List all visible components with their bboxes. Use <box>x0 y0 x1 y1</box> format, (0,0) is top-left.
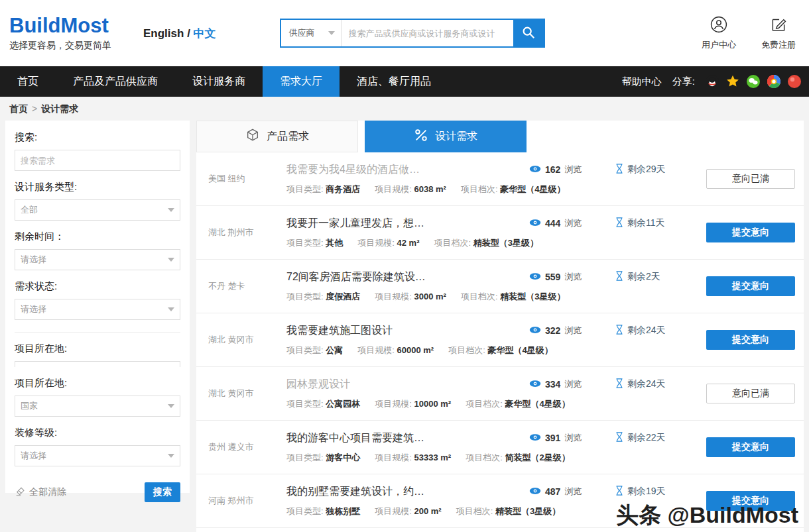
hourglass-icon <box>615 486 623 498</box>
project-type-value: 度假酒店 <box>326 292 360 301</box>
demand-meta: 项目类型: 其他项目规模: 42 m²项目档次: 精装型（3星级） <box>286 237 694 249</box>
project-grade-label: 项目档次: <box>461 184 498 194</box>
project-type-label: 项目类型: <box>286 399 324 409</box>
help-center-link[interactable]: 帮助中心 <box>622 76 662 88</box>
clear-all-label: 全部清除 <box>29 486 66 498</box>
project-grade-label: 项目档次: <box>448 345 485 355</box>
nav-item-hotel-supplies[interactable]: 酒店、餐厅用品 <box>340 66 448 97</box>
project-scale-label: 项目规模: <box>357 238 395 248</box>
action-button[interactable]: 意向已满 <box>706 384 795 403</box>
views-count: 162 <box>545 164 560 175</box>
action-button[interactable]: 提交意向 <box>706 223 795 242</box>
demand-meta: 项目类型: 度假酒店项目规模: 3000 m²项目档次: 精装型（3星级） <box>286 291 694 303</box>
project-type-label: 项目类型: <box>286 238 324 248</box>
tab-design-demand[interactable]: 设计需求 <box>365 121 527 152</box>
demand-title[interactable]: 园林景观设计 <box>286 378 529 392</box>
views-suffix: 浏览 <box>564 325 582 337</box>
demand-row[interactable]: 不丹 楚卡 72间客房酒店需要除建筑设… 559 浏览 剩余2天 <box>196 260 804 313</box>
nav-item-design-services[interactable]: 设计服务商 <box>175 66 263 97</box>
search-input[interactable] <box>342 20 513 46</box>
service-type-select[interactable]: 全部 <box>15 199 180 221</box>
content: 搜索: 设计服务类型: 全部 剩余时间： 请选择 需求状态: 请选择 项目所在地… <box>0 121 809 532</box>
demand-row[interactable]: 湖北 黄冈市 园林景观设计 334 浏览 剩余24天 <box>196 367 804 421</box>
demand-action: 提交意向 <box>698 437 804 457</box>
views-count: 559 <box>545 272 560 282</box>
project-type-label: 项目类型: <box>286 345 324 355</box>
lang-chinese[interactable]: 中文 <box>194 27 216 40</box>
demand-title[interactable]: 我需要为我4星级的酒店做… <box>286 163 529 177</box>
share-wechat-icon[interactable] <box>747 75 760 88</box>
service-type-label: 设计服务类型: <box>15 181 180 193</box>
demand-location: 美国 纽约 <box>196 173 286 185</box>
demand-row[interactable]: 贵州 遵义市 我的游客中心项目需要建筑… 391 浏览 剩余22天 <box>196 421 804 474</box>
remaining-days: 剩余24天 <box>627 325 666 337</box>
demand-status-label: 需求状态: <box>15 280 180 293</box>
header-actions: 用户中心 免费注册 <box>702 16 800 51</box>
demand-status-select[interactable]: 请选择 <box>15 299 180 320</box>
register-link[interactable]: 免费注册 <box>761 16 796 51</box>
filter-search-label: 搜索: <box>15 131 180 144</box>
project-grade-value: 豪华型（4星级） <box>487 345 552 355</box>
clear-all-button[interactable]: 全部清除 <box>15 486 66 499</box>
demand-content: 我需要建筑施工图设计 322 浏览 剩余24天 项目类型: 公寓项目规模: 60… <box>286 324 698 356</box>
sidebar-search-button[interactable]: 搜索 <box>145 482 180 502</box>
share-qq-icon[interactable] <box>706 75 719 88</box>
watermark: 头条 @BuildMost <box>616 500 798 531</box>
views-suffix: 浏览 <box>564 432 582 444</box>
project-scale-label: 项目规模: <box>375 506 412 516</box>
hourglass-icon <box>615 432 623 444</box>
project-location-select-clipped[interactable] <box>15 361 180 367</box>
project-scale-label: 项目规模: <box>375 184 412 194</box>
remaining-time-value: 请选择 <box>21 254 46 266</box>
share-qzone-icon[interactable] <box>726 75 739 88</box>
project-grade-label: 项目档次: <box>466 399 503 409</box>
project-type-value: 游客中心 <box>326 452 360 462</box>
demand-title[interactable]: 我要开一家儿童理发店，想… <box>286 217 529 231</box>
action-button[interactable]: 提交意向 <box>706 437 795 457</box>
demand-title[interactable]: 我需要建筑施工图设计 <box>286 324 529 338</box>
demand-content: 72间客房酒店需要除建筑设… 559 浏览 剩余2天 项目类型: 度假酒店项目规… <box>286 270 698 303</box>
user-center-link[interactable]: 用户中心 <box>702 16 736 51</box>
demand-row[interactable]: 湖北 荆州市 我要开一家儿童理发店，想… 444 浏览 剩余11天 <box>196 206 804 260</box>
filter-search-input[interactable] <box>15 150 180 171</box>
nav-item-products[interactable]: 产品及产品供应商 <box>56 66 175 97</box>
demand-content: 我的游客中心项目需要建筑… 391 浏览 剩余22天 项目类型: 游客中心项目规… <box>286 431 698 464</box>
demand-title[interactable]: 我的游客中心项目需要建筑… <box>286 431 529 445</box>
project-type-label: 项目类型: <box>286 506 324 516</box>
remaining-time-select[interactable]: 请选择 <box>15 249 180 270</box>
share-more-icon[interactable] <box>767 75 780 88</box>
logo[interactable]: BuildMost 选择更容易，交易更简单 <box>9 15 111 51</box>
lang-english[interactable]: English <box>143 27 184 40</box>
demand-title[interactable]: 我的别墅需要建筑设计，约… <box>286 485 529 499</box>
action-button[interactable]: 意向已满 <box>706 169 795 189</box>
action-button[interactable]: 提交意向 <box>706 276 795 296</box>
views-count: 487 <box>545 486 560 497</box>
project-type-value: 商务酒店 <box>326 184 360 194</box>
remaining-days: 剩余11天 <box>627 217 665 229</box>
project-location-select[interactable]: 国家 <box>15 396 180 417</box>
decoration-grade-select[interactable]: 请选择 <box>15 445 180 466</box>
demand-title[interactable]: 72间客房酒店需要除建筑设… <box>286 270 529 284</box>
project-location-label-1: 项目所在地: <box>15 343 180 355</box>
demand-tabs: 产品需求 设计需求 <box>196 121 804 152</box>
action-button[interactable]: 提交意向 <box>706 330 795 350</box>
tab-product-demand[interactable]: 产品需求 <box>196 121 358 152</box>
demand-action: 提交意向 <box>698 276 804 296</box>
demand-location: 湖北 黄冈市 <box>196 388 286 399</box>
views-count: 391 <box>545 433 560 443</box>
chevron-down-icon <box>168 404 174 408</box>
search-category-select[interactable]: 供应商 <box>281 20 342 46</box>
demand-views: 559 浏览 <box>529 271 615 283</box>
remaining-days: 剩余24天 <box>627 378 666 390</box>
breadcrumb-home[interactable]: 首页 <box>9 103 28 114</box>
demand-location: 河南 郑州市 <box>196 495 286 507</box>
project-grade-value: 豪华型（4星级） <box>500 184 565 194</box>
share-weibo-icon[interactable] <box>788 75 801 88</box>
demand-row[interactable]: 湖北 黄冈市 我需要建筑施工图设计 322 浏览 剩余24天 <box>196 313 804 367</box>
search-button[interactable] <box>513 20 544 46</box>
remaining-time-label: 剩余时间： <box>15 231 180 243</box>
demand-row[interactable]: 美国 纽约 我需要为我4星级的酒店做… 162 浏览 剩余29天 <box>196 152 804 206</box>
nav-item-home[interactable]: 首页 <box>0 66 56 97</box>
nav-item-demand-hall[interactable]: 需求大厅 <box>263 66 340 97</box>
project-grade-value: 豪华型（4星级） <box>505 399 570 409</box>
